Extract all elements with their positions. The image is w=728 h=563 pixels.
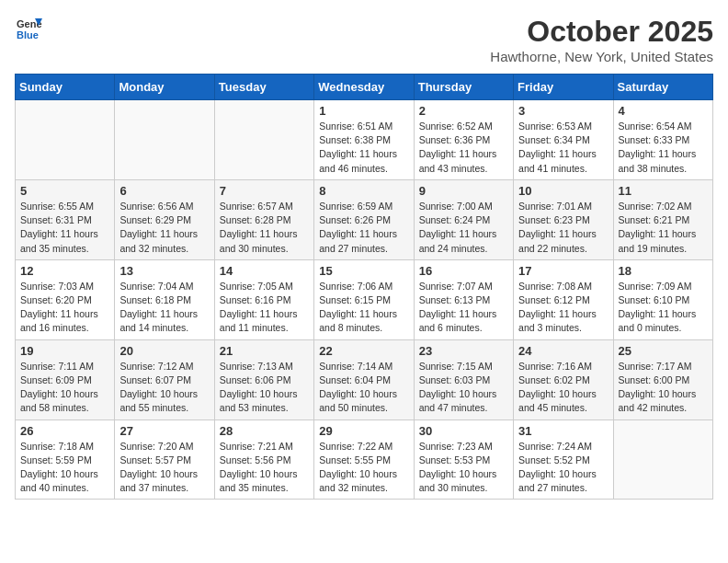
cell-content: Sunrise: 7:12 AM Sunset: 6:07 PM Dayligh… xyxy=(119,360,209,416)
day-number: 2 xyxy=(419,104,508,118)
day-number: 22 xyxy=(319,344,408,358)
column-header-sunday: Sunday xyxy=(16,75,115,100)
cell-content: Sunrise: 7:03 AM Sunset: 6:20 PM Dayligh… xyxy=(20,280,109,336)
cell-content: Sunrise: 7:15 AM Sunset: 6:03 PM Dayligh… xyxy=(419,360,508,416)
header: General Blue October 2025 Hawthorne, New… xyxy=(15,15,713,64)
day-number: 25 xyxy=(619,344,708,358)
cell-content: Sunrise: 7:07 AM Sunset: 6:13 PM Dayligh… xyxy=(419,280,508,336)
day-cell-2: 2Sunrise: 6:52 AM Sunset: 6:36 PM Daylig… xyxy=(414,100,513,180)
day-number: 18 xyxy=(619,264,708,278)
day-number: 1 xyxy=(319,104,408,118)
day-cell-13: 13Sunrise: 7:04 AM Sunset: 6:18 PM Dayli… xyxy=(115,259,214,339)
day-number: 10 xyxy=(518,184,608,198)
day-cell-8: 8Sunrise: 6:59 AM Sunset: 6:26 PM Daylig… xyxy=(314,179,414,259)
svg-text:Blue: Blue xyxy=(17,29,39,40)
week-row-2: 5Sunrise: 6:55 AM Sunset: 6:31 PM Daylig… xyxy=(16,179,713,259)
cell-content: Sunrise: 6:52 AM Sunset: 6:36 PM Dayligh… xyxy=(419,120,508,176)
day-number: 20 xyxy=(119,344,209,358)
day-cell-18: 18Sunrise: 7:09 AM Sunset: 6:10 PM Dayli… xyxy=(613,259,712,339)
column-header-monday: Monday xyxy=(115,75,214,100)
day-cell-11: 11Sunrise: 7:02 AM Sunset: 6:21 PM Dayli… xyxy=(613,179,712,259)
logo: General Blue xyxy=(15,15,42,42)
day-cell-31: 31Sunrise: 7:24 AM Sunset: 5:52 PM Dayli… xyxy=(514,419,613,500)
column-header-wednesday: Wednesday xyxy=(314,75,414,100)
day-number: 31 xyxy=(518,424,608,438)
day-number: 8 xyxy=(319,184,408,198)
day-cell-24: 24Sunrise: 7:16 AM Sunset: 6:02 PM Dayli… xyxy=(514,339,613,419)
day-cell-28: 28Sunrise: 7:21 AM Sunset: 5:56 PM Dayli… xyxy=(214,419,313,500)
day-cell-10: 10Sunrise: 7:01 AM Sunset: 6:23 PM Dayli… xyxy=(514,179,613,259)
day-cell-16: 16Sunrise: 7:07 AM Sunset: 6:13 PM Dayli… xyxy=(414,259,513,339)
day-number: 15 xyxy=(319,264,408,278)
cell-content: Sunrise: 7:09 AM Sunset: 6:10 PM Dayligh… xyxy=(619,280,708,336)
day-number: 5 xyxy=(20,184,109,198)
day-number: 7 xyxy=(220,184,309,198)
day-cell-22: 22Sunrise: 7:14 AM Sunset: 6:04 PM Dayli… xyxy=(314,339,414,419)
cell-content: Sunrise: 6:51 AM Sunset: 6:38 PM Dayligh… xyxy=(319,120,408,176)
day-cell-3: 3Sunrise: 6:53 AM Sunset: 6:34 PM Daylig… xyxy=(514,100,613,180)
cell-content: Sunrise: 6:59 AM Sunset: 6:26 PM Dayligh… xyxy=(319,200,408,256)
empty-cell xyxy=(16,100,115,180)
day-number: 26 xyxy=(20,424,109,438)
cell-content: Sunrise: 7:22 AM Sunset: 5:55 PM Dayligh… xyxy=(319,440,408,496)
day-cell-6: 6Sunrise: 6:56 AM Sunset: 6:29 PM Daylig… xyxy=(115,179,214,259)
cell-content: Sunrise: 7:11 AM Sunset: 6:09 PM Dayligh… xyxy=(20,360,109,416)
cell-content: Sunrise: 7:18 AM Sunset: 5:59 PM Dayligh… xyxy=(20,440,109,496)
day-number: 28 xyxy=(220,424,309,438)
day-number: 13 xyxy=(119,264,209,278)
cell-content: Sunrise: 7:08 AM Sunset: 6:12 PM Dayligh… xyxy=(518,280,608,336)
day-number: 9 xyxy=(419,184,508,198)
day-number: 29 xyxy=(319,424,408,438)
day-cell-9: 9Sunrise: 7:00 AM Sunset: 6:24 PM Daylig… xyxy=(414,179,513,259)
week-row-3: 12Sunrise: 7:03 AM Sunset: 6:20 PM Dayli… xyxy=(16,259,713,339)
day-number: 16 xyxy=(419,264,508,278)
day-number: 3 xyxy=(518,104,608,118)
cell-content: Sunrise: 7:24 AM Sunset: 5:52 PM Dayligh… xyxy=(518,440,608,496)
day-cell-5: 5Sunrise: 6:55 AM Sunset: 6:31 PM Daylig… xyxy=(16,179,115,259)
day-number: 11 xyxy=(619,184,708,198)
cell-content: Sunrise: 7:16 AM Sunset: 6:02 PM Dayligh… xyxy=(518,360,608,416)
cell-content: Sunrise: 6:56 AM Sunset: 6:29 PM Dayligh… xyxy=(119,200,209,256)
cell-content: Sunrise: 6:54 AM Sunset: 6:33 PM Dayligh… xyxy=(619,120,708,176)
day-cell-23: 23Sunrise: 7:15 AM Sunset: 6:03 PM Dayli… xyxy=(414,339,513,419)
cell-content: Sunrise: 7:17 AM Sunset: 6:00 PM Dayligh… xyxy=(619,360,708,416)
cell-content: Sunrise: 7:14 AM Sunset: 6:04 PM Dayligh… xyxy=(319,360,408,416)
empty-cell xyxy=(613,419,712,500)
cell-content: Sunrise: 6:53 AM Sunset: 6:34 PM Dayligh… xyxy=(518,120,608,176)
day-cell-7: 7Sunrise: 6:57 AM Sunset: 6:28 PM Daylig… xyxy=(214,179,313,259)
day-cell-14: 14Sunrise: 7:05 AM Sunset: 6:16 PM Dayli… xyxy=(214,259,313,339)
week-row-1: 1Sunrise: 6:51 AM Sunset: 6:38 PM Daylig… xyxy=(16,100,713,180)
empty-cell xyxy=(115,100,214,180)
day-cell-30: 30Sunrise: 7:23 AM Sunset: 5:53 PM Dayli… xyxy=(414,419,513,500)
cell-content: Sunrise: 6:55 AM Sunset: 6:31 PM Dayligh… xyxy=(20,200,109,256)
cell-content: Sunrise: 7:21 AM Sunset: 5:56 PM Dayligh… xyxy=(220,440,309,496)
day-cell-4: 4Sunrise: 6:54 AM Sunset: 6:33 PM Daylig… xyxy=(613,100,712,180)
day-cell-19: 19Sunrise: 7:11 AM Sunset: 6:09 PM Dayli… xyxy=(16,339,115,419)
cell-content: Sunrise: 7:05 AM Sunset: 6:16 PM Dayligh… xyxy=(220,280,309,336)
empty-cell xyxy=(214,100,313,180)
cell-content: Sunrise: 7:13 AM Sunset: 6:06 PM Dayligh… xyxy=(220,360,309,416)
cell-content: Sunrise: 7:02 AM Sunset: 6:21 PM Dayligh… xyxy=(619,200,708,256)
day-number: 27 xyxy=(119,424,209,438)
day-number: 21 xyxy=(220,344,309,358)
day-cell-1: 1Sunrise: 6:51 AM Sunset: 6:38 PM Daylig… xyxy=(314,100,414,180)
week-row-4: 19Sunrise: 7:11 AM Sunset: 6:09 PM Dayli… xyxy=(16,339,713,419)
day-cell-17: 17Sunrise: 7:08 AM Sunset: 6:12 PM Dayli… xyxy=(514,259,613,339)
column-header-friday: Friday xyxy=(514,75,613,100)
month-title: October 2025 xyxy=(490,15,713,49)
column-header-tuesday: Tuesday xyxy=(214,75,313,100)
day-number: 12 xyxy=(20,264,109,278)
day-cell-21: 21Sunrise: 7:13 AM Sunset: 6:06 PM Dayli… xyxy=(214,339,313,419)
week-row-5: 26Sunrise: 7:18 AM Sunset: 5:59 PM Dayli… xyxy=(16,419,713,500)
cell-content: Sunrise: 7:06 AM Sunset: 6:15 PM Dayligh… xyxy=(319,280,408,336)
day-cell-20: 20Sunrise: 7:12 AM Sunset: 6:07 PM Dayli… xyxy=(115,339,214,419)
day-cell-26: 26Sunrise: 7:18 AM Sunset: 5:59 PM Dayli… xyxy=(16,419,115,500)
cell-content: Sunrise: 6:57 AM Sunset: 6:28 PM Dayligh… xyxy=(220,200,309,256)
day-number: 24 xyxy=(518,344,608,358)
title-area: October 2025 Hawthorne, New York, United… xyxy=(490,15,713,64)
calendar: SundayMondayTuesdayWednesdayThursdayFrid… xyxy=(15,74,713,500)
day-number: 17 xyxy=(518,264,608,278)
day-number: 4 xyxy=(619,104,708,118)
day-cell-12: 12Sunrise: 7:03 AM Sunset: 6:20 PM Dayli… xyxy=(16,259,115,339)
cell-content: Sunrise: 7:01 AM Sunset: 6:23 PM Dayligh… xyxy=(518,200,608,256)
